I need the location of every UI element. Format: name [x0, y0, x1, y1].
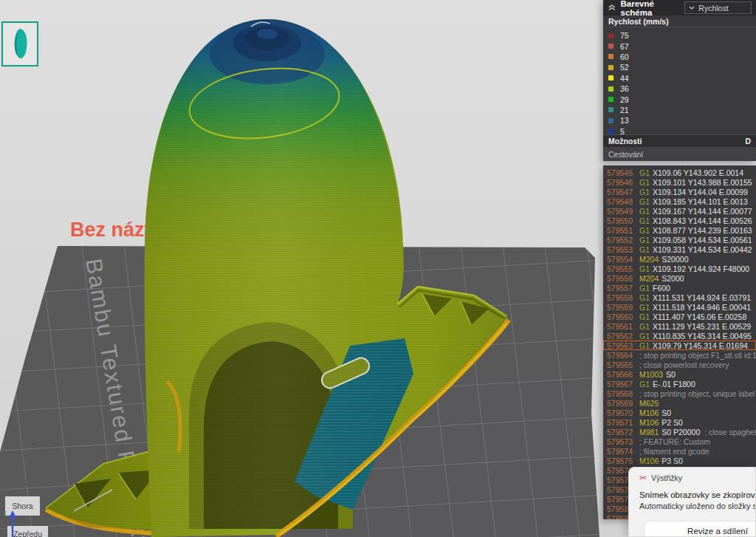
gcode-row[interactable]: 579546G1X109.101 Y143.988 E.00155	[603, 177, 756, 187]
legend-item[interactable]: 75	[608, 30, 751, 41]
gcode-row[interactable]: 579559G1X111.518 Y144.946 E.00041	[603, 302, 756, 312]
gcode-row[interactable]: 579566M1003S0	[603, 369, 756, 379]
gcode-command: G1	[639, 284, 650, 293]
legend-color-swatch	[608, 97, 614, 102]
gcode-row[interactable]: 579574; filament end gcode	[603, 446, 756, 456]
axis-z-label: z	[4, 509, 7, 516]
gcode-row[interactable]: 579550G1X108.843 Y144.144 E.00526	[603, 216, 756, 225]
legend-item[interactable]: 36	[608, 83, 751, 94]
gcode-line-number: 579567	[607, 380, 635, 389]
gcode-command: G1	[639, 332, 650, 341]
gcode-comment: ; stop printing object, unique label id:…	[639, 389, 756, 398]
gcode-row[interactable]: 579549G1X109.167 Y144.144 E.00077	[603, 206, 756, 216]
gcode-line-number: 579550	[607, 216, 635, 225]
gcode-line-number: 579570	[607, 408, 635, 417]
gcode-command: G1	[639, 322, 650, 331]
gcode-line-number: 579555	[607, 264, 635, 273]
review-share-button[interactable]: Revize a sdílení	[644, 521, 756, 537]
legend-item[interactable]: 67	[608, 41, 751, 51]
gcode-command: M1003	[639, 370, 663, 379]
gcode-row[interactable]: 579563G1X109.79 Y145.314 E.01694	[603, 341, 756, 350]
gcode-row[interactable]: 579558G1X111.531 Y144.924 E.03791	[603, 293, 756, 302]
gcode-row[interactable]: 579573; FEATURE: Custom	[603, 437, 756, 446]
gcode-row[interactable]: 579552G1X109.058 Y144.534 E.00561	[603, 235, 756, 244]
legend-item[interactable]: 13	[608, 115, 751, 126]
color-scheme-dropdown-value: Rychlost	[698, 4, 728, 13]
gcode-args: X109.058 Y144.534 E.00561	[653, 236, 752, 244]
gcode-line-number: 579553	[607, 245, 635, 254]
gcode-row[interactable]: 579561G1X111.129 Y145.231 E.00529	[603, 321, 756, 331]
gcode-command: G1	[639, 178, 650, 187]
gcode-row[interactable]: 579553G1X109.331 Y144.534 E.00442	[603, 244, 756, 254]
gcode-args: X109.192 Y144.924 F48000	[653, 264, 749, 273]
legend-item[interactable]: 60	[608, 52, 751, 62]
legend-value: 29	[620, 95, 629, 104]
notification-header: ✂ Výstřižky	[629, 468, 755, 482]
legend-value: 75	[620, 31, 629, 40]
gcode-row[interactable]: 579575M106P3 S0	[603, 456, 756, 465]
gcode-row[interactable]: 579555G1X109.192 Y144.924 F48000	[603, 264, 756, 273]
gcode-row[interactable]: 579547G1X109.134 Y144.04 E.00099	[603, 187, 756, 196]
gcode-args: S0	[662, 408, 671, 417]
legend-value: 13	[620, 116, 629, 125]
gcode-line-number: 579574	[607, 447, 635, 456]
gcode-row[interactable]: 579545G1X109.06 Y143.902 E.0014	[603, 168, 756, 177]
gcode-comment: ; close spaghetti detect	[704, 428, 756, 437]
gcode-args: S2000	[662, 274, 684, 283]
gcode-args: X111.407 Y145.06 E.00258	[653, 312, 746, 321]
gcode-command: M106	[639, 418, 659, 427]
gcode-line-number: 579571	[607, 418, 635, 427]
gcode-args: S0	[666, 370, 676, 379]
gcode-command: G1	[639, 197, 650, 206]
gcode-row[interactable]: 579548G1X109.185 Y144.101 E.0013	[603, 196, 756, 206]
gcode-line-number: 579558	[607, 293, 635, 302]
gcode-line-number: 579563	[607, 341, 635, 350]
gcode-row[interactable]: 579565; close powerlost recovery	[603, 360, 756, 369]
gcode-command: G1	[639, 293, 650, 302]
gcode-row[interactable]: 579569M625	[603, 398, 756, 408]
gcode-row[interactable]: 579571M106P2 S0	[603, 417, 756, 427]
legend-item[interactable]: 44	[608, 73, 751, 83]
screenshot-notification[interactable]: ✂ Výstřižky Snímek obrazovky se zkopírov…	[628, 467, 756, 537]
gcode-row[interactable]: 579556M204S2000	[603, 273, 756, 283]
legend-item[interactable]: 21	[608, 105, 751, 115]
gcode-line-number: 579556	[607, 274, 635, 283]
gcode-command: M204	[639, 255, 659, 264]
collapse-icon[interactable]	[608, 4, 616, 12]
gcode-args: X109.06 Y143.902 E.0014	[653, 168, 743, 177]
gcode-args: X108.843 Y144.144 E.00526	[653, 216, 752, 225]
gcode-row[interactable]: 579567G1E-.01 F1800	[603, 379, 756, 389]
travel-row[interactable]: Cestování	[603, 147, 756, 161]
gcode-command: G1	[639, 303, 650, 312]
color-scheme-dropdown[interactable]: Rychlost	[684, 1, 752, 14]
gcode-command: M625	[639, 399, 659, 408]
legend-item[interactable]: 52	[608, 62, 751, 72]
legend-value: 52	[620, 63, 629, 72]
gcode-row[interactable]: 579564; stop printing object F1_stl.stl …	[603, 350, 756, 360]
legend-item[interactable]: 29	[608, 94, 751, 104]
gcode-row[interactable]: 579570M106S0	[603, 408, 756, 417]
options-row[interactable]: Možnosti D	[603, 134, 756, 147]
legend-color-swatch	[608, 107, 614, 112]
gcode-line-number: 579549	[607, 207, 635, 216]
gcode-line-number: 579562	[607, 332, 635, 341]
legend-value: 36	[620, 84, 629, 93]
legend-color-swatch	[608, 75, 614, 81]
gcode-row[interactable]: 579557G1F600	[603, 283, 756, 293]
gcode-command: M106	[639, 456, 659, 465]
gcode-row[interactable]: 579551G1X108.877 Y144.239 E.00163	[603, 225, 756, 235]
options-truncated-text: D	[745, 137, 751, 146]
plate-thumbnail[interactable]	[1, 21, 38, 66]
gcode-args: X111.129 Y145.231 E.00529	[653, 322, 751, 331]
gcode-line-number: 579564	[607, 351, 635, 360]
gcode-row[interactable]: 579572M981S0 P20000; close spaghetti det…	[603, 427, 756, 437]
gcode-row[interactable]: 579554M204S20000	[603, 254, 756, 264]
gcode-row[interactable]: 579560G1X111.407 Y145.06 E.00258	[603, 312, 756, 321]
notification-message-line1: Snímek obrazovky se zkopíroval do sc	[629, 482, 755, 499]
gcode-line-number: 579545	[607, 168, 635, 177]
gcode-command: G1	[639, 236, 650, 244]
gcode-line-number: 579575	[607, 456, 635, 465]
gcode-row[interactable]: 579562G1X110.835 Y145.314 E.00495	[603, 331, 756, 341]
gcode-command: M204	[639, 274, 659, 283]
gcode-row[interactable]: 579568; stop printing object, unique lab…	[603, 389, 756, 398]
